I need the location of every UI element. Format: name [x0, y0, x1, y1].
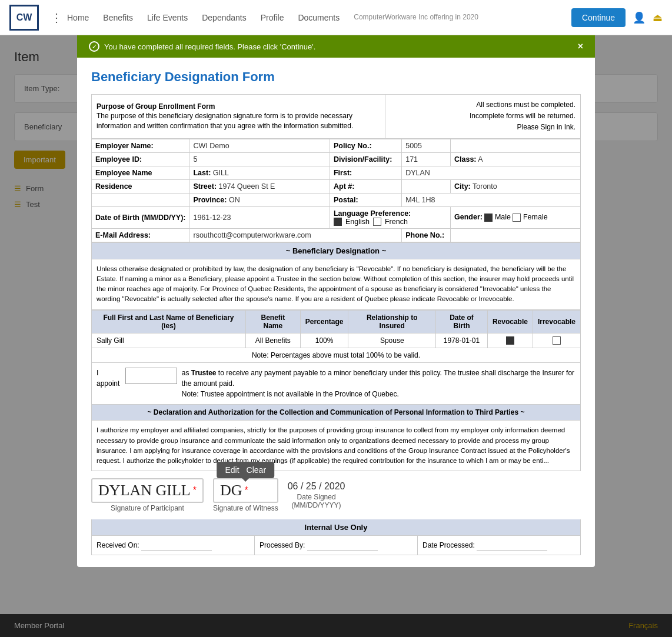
declaration-text: I authorize my employer and affiliated c… [91, 421, 581, 471]
bene-col-percentage: Percentage [300, 310, 348, 333]
witness-sig-required: * [244, 485, 248, 496]
first-name-cell: First: [330, 166, 401, 179]
witness-sig-label: Signature of Witness [213, 504, 278, 512]
english-checkbox[interactable] [334, 218, 342, 226]
bene-row1-relationship: Spouse [348, 333, 436, 348]
date-processed-input[interactable] [477, 539, 547, 551]
clear-tooltip-button[interactable]: Clear [247, 465, 266, 475]
participant-sig-box[interactable]: DYLAN GILL * [91, 478, 204, 503]
employee-id-value: 5 [189, 152, 330, 166]
modal-body: Beneficiary Designation Form Purpose of … [77, 58, 595, 567]
postal-label: Postal: [334, 196, 358, 204]
menu-dots-icon[interactable]: ⋮ [51, 11, 62, 25]
street-label: Street: [193, 182, 217, 191]
nav-documents[interactable]: Documents [298, 13, 340, 22]
female-checkbox[interactable] [513, 214, 521, 222]
edit-tooltip-button[interactable]: Edit [225, 465, 239, 475]
nav-announcement: ComputerWorkware Inc offering in 2020 [354, 13, 478, 22]
apt-value [402, 179, 451, 193]
email-value: rsouthcott@computerworkware.com [189, 228, 402, 242]
french-checkbox[interactable] [373, 218, 381, 226]
purpose-row: Purpose of Group Enrollment Form The pur… [92, 95, 581, 139]
nav-benefits[interactable]: Benefits [103, 13, 133, 22]
participant-sig-text: DYLAN GILL [98, 482, 191, 499]
bene-row1-irrevocable[interactable] [533, 333, 580, 348]
trustee-name-input[interactable] [125, 368, 177, 384]
purpose-right: All sections must be completed. Incomple… [385, 95, 580, 139]
employee-id-row: Employee ID: 5 Division/Facility: 171 Cl… [92, 152, 581, 166]
declaration-header: ~ Declaration and Authorization for the … [91, 405, 581, 421]
witness-sig-text: DG [220, 482, 242, 499]
trustee-appoint-label: I appoint [97, 368, 121, 389]
bene-row1-name: Sally Gill [92, 333, 246, 348]
class-label: Class: [454, 155, 477, 164]
nav-dependants[interactable]: Dependants [202, 13, 247, 22]
trustee-text: as Trustee to receive any payment payabl… [182, 368, 575, 399]
logout-icon[interactable]: ⏏ [653, 11, 663, 24]
purpose-heading: Purpose of Group Enrollment Form [97, 102, 215, 111]
street-value: 1974 Queen St E [219, 182, 275, 191]
nav-links: Home Benefits Life Events Dependants Pro… [67, 13, 571, 22]
dob-label: Date of Birth (MM/DD/YY): [92, 206, 189, 228]
revocable-checked-icon [506, 336, 514, 345]
participant-sig-required: * [193, 485, 197, 496]
lang-label: Language Preference: [334, 209, 411, 218]
trustee-section: I appoint as Trustee to receive any paym… [91, 363, 581, 405]
date-signed-label: Date Signed(MM/DD/YYYY) [288, 493, 345, 509]
class-value: A [478, 155, 483, 164]
internal-use-row: Received On: Processed By: Date Processe… [91, 536, 581, 555]
internal-use-header: Internal Use Only [91, 519, 581, 536]
bene-row1-benefit: All Benefits [245, 333, 300, 348]
bene-row1-percentage: 100% [300, 333, 348, 348]
dob-value: 1961-12-23 [189, 206, 330, 228]
gender-cell: Gender: Male Female [451, 206, 581, 228]
top-nav: CW ⋮ Home Benefits Life Events Dependant… [0, 0, 672, 35]
received-on-input[interactable] [141, 539, 212, 551]
success-message: You have completed all required fields. … [104, 42, 315, 51]
gender-label: Gender: [454, 213, 483, 221]
city-cell: City: Toronto [451, 179, 581, 193]
user-icon: 👤 [633, 11, 646, 24]
percentage-note: Note: Percentages above must total 100% … [91, 348, 581, 363]
nav-actions: Continue 👤 ⏏ [571, 8, 663, 27]
continue-button[interactable]: Continue [571, 8, 626, 27]
class-cell: Class: A [451, 152, 581, 166]
received-on-cell: Received On: [92, 536, 255, 555]
male-checkbox[interactable] [484, 214, 493, 222]
nav-profile[interactable]: Profile [261, 13, 284, 22]
residence-label: Residence [92, 179, 189, 193]
division-label: Division/Facility: [330, 152, 401, 166]
email-label: E-Mail Address: [92, 228, 189, 242]
banner-close-button[interactable]: × [578, 41, 583, 52]
nav-life-events[interactable]: Life Events [147, 13, 188, 22]
province-label: Province: [193, 196, 227, 204]
bene-row1-revocable[interactable] [487, 333, 533, 348]
empty-cell1 [451, 139, 581, 152]
processed-by-input[interactable] [307, 539, 378, 551]
first-value: DYLAN [402, 166, 581, 179]
dob-row: Date of Birth (MM/DD/YY): 1961-12-23 Lan… [92, 206, 581, 228]
english-label: English [345, 218, 370, 226]
last-name-cell: Last: GILL [189, 166, 330, 179]
processed-by-cell: Processed By: [255, 536, 418, 555]
success-banner-content: ✓ You have completed all required fields… [89, 41, 315, 52]
bene-col-name: Full First and Last Name of Beneficiary … [92, 310, 246, 333]
empty-province [92, 193, 189, 206]
bene-col-irrevocable: Irrevocable [533, 310, 580, 333]
postal-cell: Postal: [330, 193, 401, 206]
apt-label: Apt #: [334, 182, 354, 191]
first-label: First: [334, 169, 352, 177]
french-label: French [385, 218, 408, 226]
postal-value: M4L 1H8 [402, 193, 581, 206]
phone-label: Phone No.: [402, 228, 451, 242]
modal-title: Beneficiary Designation Form [91, 69, 581, 85]
last-value: GILL [213, 169, 229, 177]
logo: CW [9, 5, 39, 31]
bene-row-1: Sally Gill All Benefits 100% Spouse 1978… [92, 333, 581, 348]
phone-value [451, 228, 581, 242]
participant-sig-wrapper: DYLAN GILL * Signature of Participant [91, 478, 204, 512]
purpose-table: Purpose of Group Enrollment Form The pur… [91, 94, 581, 139]
date-processed-label: Date Processed: [423, 541, 475, 549]
province-row: Province: ON Postal: M4L 1H8 [92, 193, 581, 206]
nav-home[interactable]: Home [67, 13, 89, 22]
